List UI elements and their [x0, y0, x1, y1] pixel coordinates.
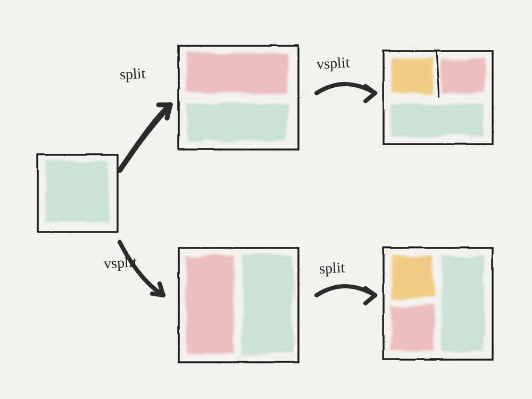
label-split-top: split: [119, 66, 146, 82]
arrow-vsplit-top: [317, 84, 375, 101]
diagram-stage: split vsplit vsplit split: [0, 0, 532, 399]
svg-rect-2: [186, 53, 287, 93]
svg-rect-16: [391, 255, 434, 298]
node-start: [37, 154, 117, 231]
node-bot-end: [383, 247, 492, 359]
svg-line-11: [436, 51, 439, 97]
label-split-bottom: split: [319, 260, 345, 276]
label-vsplit-bottom: vsplit: [103, 254, 137, 271]
arrow-split: [120, 105, 170, 170]
svg-rect-3: [186, 104, 287, 141]
svg-rect-7: [442, 59, 484, 93]
node-top-end: [383, 51, 492, 144]
label-vsplit-top: vsplit: [316, 55, 350, 71]
svg-rect-6: [391, 59, 434, 93]
svg-rect-13: [242, 255, 293, 354]
svg-rect-17: [391, 306, 434, 351]
svg-rect-12: [186, 255, 234, 354]
node-bot-mid: [178, 247, 298, 362]
svg-rect-0: [45, 161, 109, 222]
arrow-split-bottom: [317, 286, 375, 303]
svg-rect-8: [391, 104, 484, 136]
node-top-mid: [178, 45, 298, 149]
diagram-svg: [0, 0, 532, 399]
svg-rect-18: [442, 255, 484, 351]
